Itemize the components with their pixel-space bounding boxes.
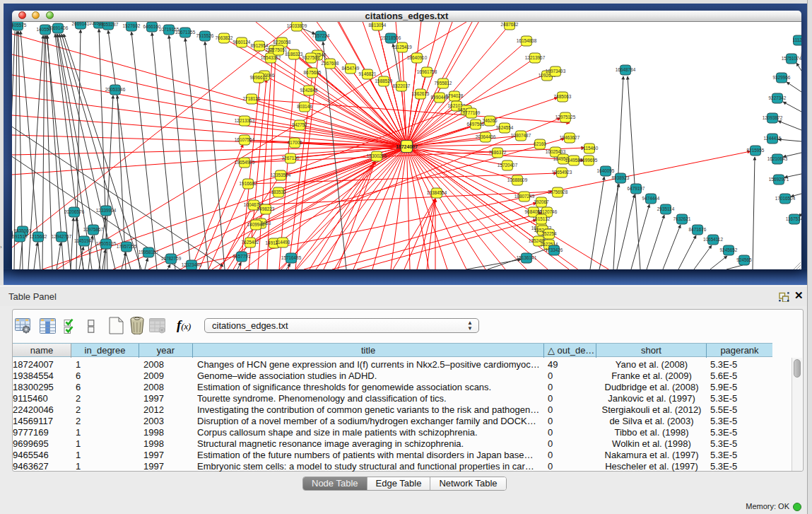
svg-text:19384554: 19384554 (427, 190, 447, 195)
svg-text:9115460: 9115460 (581, 146, 599, 151)
svg-text:9860124: 9860124 (233, 40, 251, 45)
svg-text:10671355: 10671355 (175, 30, 196, 35)
svg-text:7632621: 7632621 (673, 216, 691, 221)
svg-text:15136141: 15136141 (517, 255, 537, 260)
svg-text:8938923: 8938923 (612, 175, 630, 180)
svg-text:15692971: 15692971 (769, 177, 789, 182)
svg-text:1916682: 1916682 (240, 181, 257, 186)
svg-text:1409948: 1409948 (247, 222, 265, 227)
svg-text:8322037: 8322037 (393, 83, 411, 88)
svg-text:18300295: 18300295 (367, 153, 387, 158)
svg-text:10654112: 10654112 (703, 237, 723, 242)
svg-text:11451947: 11451947 (74, 238, 94, 243)
svg-text:2275051: 2275051 (270, 47, 288, 52)
svg-text:18807249: 18807249 (514, 194, 535, 199)
svg-text:19958157: 19958157 (139, 250, 159, 255)
svg-text:2718126: 2718126 (243, 96, 261, 101)
svg-text:16120746: 16120746 (537, 209, 558, 214)
svg-text:1244415: 1244415 (764, 136, 782, 141)
svg-text:9329966: 9329966 (773, 75, 791, 80)
svg-text:10025433: 10025433 (546, 149, 566, 154)
svg-text:12323446: 12323446 (182, 262, 202, 267)
svg-text:18724007: 18724007 (396, 144, 418, 149)
svg-text:1405575: 1405575 (12, 23, 27, 28)
svg-text:2487682: 2487682 (501, 22, 519, 27)
svg-text:12339934: 12339934 (96, 208, 117, 213)
svg-text:7485063: 7485063 (554, 94, 572, 99)
svg-text:8186323: 8186323 (286, 52, 303, 57)
svg-text:183533: 183533 (271, 189, 286, 194)
svg-text:8813054: 8813054 (369, 23, 387, 28)
svg-text:12975125: 12975125 (555, 115, 576, 119)
svg-text:20364436: 20364436 (476, 134, 496, 139)
svg-text:746266: 746266 (482, 118, 498, 123)
svg-text:12942757: 12942757 (52, 234, 72, 239)
svg-text:10688609: 10688609 (507, 177, 528, 182)
svg-text:1215682: 1215682 (30, 234, 47, 239)
svg-text:20691406: 20691406 (48, 25, 69, 30)
svg-text:8471676: 8471676 (689, 227, 707, 232)
svg-text:7625402: 7625402 (242, 240, 259, 245)
svg-text:10033809: 10033809 (287, 23, 307, 28)
svg-text:9777169: 9777169 (463, 110, 481, 115)
svg-text:924565: 924565 (736, 257, 752, 262)
svg-text:1167534: 1167534 (786, 216, 801, 221)
svg-text:1527602: 1527602 (123, 23, 141, 28)
svg-text:12213967: 12213967 (525, 55, 546, 60)
svg-text:17016504: 17016504 (775, 196, 796, 201)
svg-text:18640910: 18640910 (407, 55, 428, 60)
svg-text:8675685: 8675685 (304, 70, 322, 75)
svg-text:1733426: 1733426 (546, 247, 563, 252)
svg-text:2367608: 2367608 (322, 61, 339, 66)
svg-text:10973493: 10973493 (546, 69, 566, 74)
svg-text:1588520: 1588520 (375, 78, 393, 83)
svg-text:9657791: 9657791 (233, 254, 251, 259)
svg-text:7515526: 7515526 (196, 33, 214, 38)
svg-text:16210643: 16210643 (767, 156, 788, 161)
svg-text:20053346: 20053346 (105, 87, 126, 92)
svg-text:12213363: 12213363 (235, 118, 255, 123)
svg-text:15720407: 15720407 (498, 163, 518, 168)
svg-text:16107554: 16107554 (235, 137, 255, 142)
svg-text:6497568: 6497568 (467, 122, 485, 127)
svg-text:9699695: 9699695 (580, 158, 598, 163)
svg-text:15716485: 15716485 (281, 255, 302, 260)
svg-text:9327508: 9327508 (302, 55, 320, 60)
svg-text:10756928: 10756928 (548, 189, 568, 194)
svg-text:18463627: 18463627 (560, 135, 580, 140)
svg-text:5498223: 5498223 (257, 206, 275, 211)
svg-text:7955812: 7955812 (435, 81, 452, 86)
svg-text:19218506: 19218506 (381, 35, 401, 40)
svg-text:12505135: 12505135 (96, 241, 117, 246)
svg-text:9227342: 9227342 (769, 95, 787, 100)
svg-text:17957255: 17957255 (117, 244, 137, 249)
svg-text:1362615: 1362615 (412, 91, 430, 96)
svg-text:6794028: 6794028 (446, 93, 464, 98)
svg-text:10975867: 10975867 (83, 227, 104, 232)
svg-text:8226058: 8226058 (273, 40, 291, 45)
svg-text:9146821: 9146821 (359, 71, 377, 76)
svg-text:20206576: 20206576 (64, 209, 85, 214)
svg-text:11125: 11125 (793, 37, 801, 42)
svg-text:16961758: 16961758 (417, 69, 437, 74)
svg-text:2669141: 2669141 (72, 22, 90, 26)
svg-text:16543362: 16543362 (261, 55, 281, 60)
svg-text:6479197: 6479197 (628, 186, 645, 191)
svg-text:391519: 391519 (12, 234, 28, 239)
svg-text:10807487: 10807487 (511, 133, 531, 138)
svg-text:19654985: 19654985 (235, 160, 255, 165)
svg-text:1640095: 1640095 (597, 168, 615, 173)
svg-text:3624554: 3624554 (496, 125, 514, 130)
svg-text:9474444: 9474444 (642, 196, 660, 201)
svg-text:16648784: 16648784 (616, 67, 636, 72)
svg-text:16782759: 16782759 (161, 256, 182, 261)
svg-text:1615132: 1615132 (533, 216, 551, 221)
svg-text:8454749: 8454749 (342, 66, 360, 71)
svg-text:7357224: 7357224 (312, 33, 330, 38)
svg-text:10653287: 10653287 (98, 22, 119, 27)
svg-text:7886372: 7886372 (489, 150, 507, 155)
svg-text:942752: 942752 (292, 122, 307, 127)
svg-text:114493: 114493 (276, 240, 290, 245)
svg-text:62160: 62160 (534, 141, 546, 146)
svg-text:16154838: 16154838 (517, 38, 537, 43)
